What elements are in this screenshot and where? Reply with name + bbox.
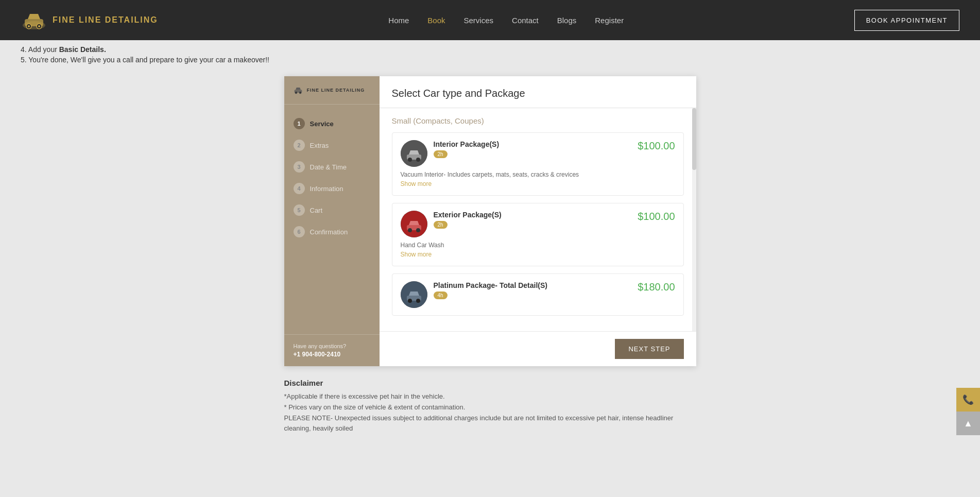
- sidebar-question: Have any questions?: [294, 343, 370, 349]
- platinum-package-left: Platinum Package- Total Detail(S) 4h: [401, 281, 547, 308]
- instruction-step5: 5. You're done, We'll give you a call an…: [21, 56, 959, 64]
- interior-show-more-button[interactable]: Show more: [401, 180, 432, 187]
- scrollbar-thumb[interactable]: [692, 108, 696, 170]
- interior-duration-badge: 2h: [434, 150, 448, 158]
- exterior-package-info: Exterior Package(S) 2h: [434, 211, 502, 229]
- car-logo-icon: [21, 9, 47, 31]
- step-4-circle: 4: [294, 183, 305, 194]
- booking-sidebar: FINE LINE DETAILING 1 Service 2 Extras: [284, 76, 380, 366]
- interior-package-desc: Vacuum Interior- Includes carpets, mats,…: [401, 171, 675, 178]
- main-booking-panel: Select Car type and Package Small (Compa…: [380, 76, 696, 366]
- interior-package-image: [401, 140, 427, 167]
- scrollbar-track: [692, 108, 696, 331]
- instructions: 4. Add your Basic Details. 5. You're don…: [0, 40, 980, 76]
- step-cart[interactable]: 5 Cart: [284, 199, 380, 221]
- logo: Fine Line Detailing: [21, 9, 158, 31]
- interior-package-card[interactable]: Interior Package(S) 2h $100.00 Vacuum In…: [392, 132, 684, 196]
- svg-point-19: [408, 299, 412, 303]
- step-datetime[interactable]: 3 Date & Time: [284, 156, 380, 178]
- panel-footer: NEXT STEP: [380, 331, 696, 366]
- next-step-button[interactable]: NEXT STEP: [615, 339, 683, 359]
- floating-buttons: 📞 ▲: [956, 388, 980, 435]
- sidebar-logo-text: FINE LINE DETAILING: [307, 88, 365, 93]
- floating-scroll-up-button[interactable]: ▲: [956, 412, 980, 435]
- instruction-step4: 4. Add your Basic Details.: [21, 45, 959, 54]
- svg-point-12: [416, 158, 420, 162]
- sidebar-logo: FINE LINE DETAILING: [284, 76, 380, 105]
- svg-point-15: [408, 228, 412, 232]
- nav-services[interactable]: Services: [464, 16, 494, 25]
- svg-point-7: [295, 92, 297, 94]
- exterior-duration-badge: 2h: [434, 221, 448, 229]
- platinum-package-image: [401, 281, 427, 308]
- svg-point-4: [28, 25, 30, 27]
- svg-point-20: [416, 299, 420, 303]
- logo-text: Fine Line Detailing: [53, 15, 158, 25]
- disclaimer-title: Disclaimer: [284, 379, 696, 387]
- main-content: 4. Add your Basic Details. 5. You're don…: [0, 40, 980, 462]
- step-service[interactable]: 1 Service: [284, 113, 380, 134]
- exterior-package-left: Exterior Package(S) 2h: [401, 211, 502, 237]
- nav-register[interactable]: Register: [595, 16, 624, 25]
- exterior-show-more-button[interactable]: Show more: [401, 251, 432, 258]
- main-nav: Home Book Services Contact Blogs Registe…: [388, 16, 624, 25]
- interior-package-name: Interior Package(S): [434, 140, 500, 148]
- platinum-package-card[interactable]: Platinum Package- Total Detail(S) 4h $18…: [392, 273, 684, 316]
- platinum-package-info: Platinum Package- Total Detail(S) 4h: [434, 281, 547, 299]
- disclaimer-text: *Applicable if there is excessive pet ha…: [284, 391, 696, 434]
- header: Fine Line Detailing Home Book Services C…: [0, 0, 980, 40]
- svg-point-8: [299, 92, 301, 94]
- step-information[interactable]: 4 Information: [284, 178, 380, 199]
- step-2-label: Extras: [310, 142, 329, 149]
- step-6-circle: 6: [294, 226, 305, 237]
- interior-package-price: $100.00: [638, 140, 675, 152]
- step-6-label: Confirmation: [310, 228, 348, 236]
- disclaimer-line3: PLEASE NOTE- Unexpected issues subject t…: [284, 413, 696, 435]
- platinum-package-name: Platinum Package- Total Detail(S): [434, 281, 547, 289]
- nav-contact[interactable]: Contact: [512, 16, 539, 25]
- packages-area: Small (Compacts, Coupes): [380, 108, 696, 331]
- svg-point-16: [416, 228, 420, 232]
- phone-icon: 📞: [962, 394, 974, 405]
- step-4-label: Information: [310, 185, 343, 193]
- step-5-circle: 5: [294, 204, 305, 216]
- interior-package-info: Interior Package(S) 2h: [434, 140, 500, 158]
- platinum-package-price: $180.00: [638, 281, 675, 293]
- book-appointment-button[interactable]: BOOK APPOINTMENT: [854, 10, 959, 31]
- exterior-car-icon: [401, 211, 427, 237]
- step-1-label: Service: [310, 120, 334, 128]
- floating-phone-button[interactable]: 📞: [956, 388, 980, 412]
- step-confirmation[interactable]: 6 Confirmation: [284, 221, 380, 243]
- nav-home[interactable]: Home: [388, 16, 409, 25]
- exterior-package-price: $100.00: [638, 211, 675, 222]
- nav-book[interactable]: Book: [427, 16, 445, 25]
- interior-car-icon: [401, 140, 427, 167]
- packages-wrapper: Small (Compacts, Coupes): [380, 108, 696, 331]
- step-1-circle: 1: [294, 118, 305, 129]
- nav-blogs[interactable]: Blogs: [557, 16, 577, 25]
- step-extras[interactable]: 2 Extras: [284, 134, 380, 156]
- sidebar-phone: +1 904-800-2410: [294, 351, 370, 358]
- interior-package-header: Interior Package(S) 2h $100.00: [401, 140, 675, 167]
- exterior-package-header: Exterior Package(S) 2h $100.00: [401, 211, 675, 237]
- platinum-car-icon: [401, 281, 427, 308]
- exterior-package-name: Exterior Package(S): [434, 211, 502, 219]
- step-3-circle: 3: [294, 161, 305, 173]
- panel-title: Select Car type and Package: [380, 76, 696, 108]
- step-2-circle: 2: [294, 140, 305, 151]
- exterior-package-card[interactable]: Exterior Package(S) 2h $100.00 Hand Car …: [392, 203, 684, 266]
- svg-point-11: [408, 158, 412, 162]
- sidebar-logo-icon: [293, 85, 304, 95]
- disclaimer-line1: *Applicable if there is excessive pet ha…: [284, 391, 696, 402]
- step-5-label: Cart: [310, 207, 323, 214]
- exterior-package-desc: Hand Car Wash: [401, 242, 675, 249]
- sidebar-footer: Have any questions? +1 904-800-2410: [284, 334, 380, 366]
- svg-point-5: [38, 25, 40, 27]
- disclaimer-line2: * Prices vary on the size of vehicle & e…: [284, 402, 696, 413]
- platinum-duration-badge: 4h: [434, 292, 448, 299]
- below-widget: Disclaimer *Applicable if there is exces…: [284, 366, 696, 447]
- sidebar-steps: 1 Service 2 Extras 3 Date & Time: [284, 105, 380, 334]
- exterior-package-image: [401, 211, 427, 237]
- up-arrow-icon: ▲: [964, 418, 973, 429]
- booking-widget: FINE LINE DETAILING 1 Service 2 Extras: [284, 76, 696, 366]
